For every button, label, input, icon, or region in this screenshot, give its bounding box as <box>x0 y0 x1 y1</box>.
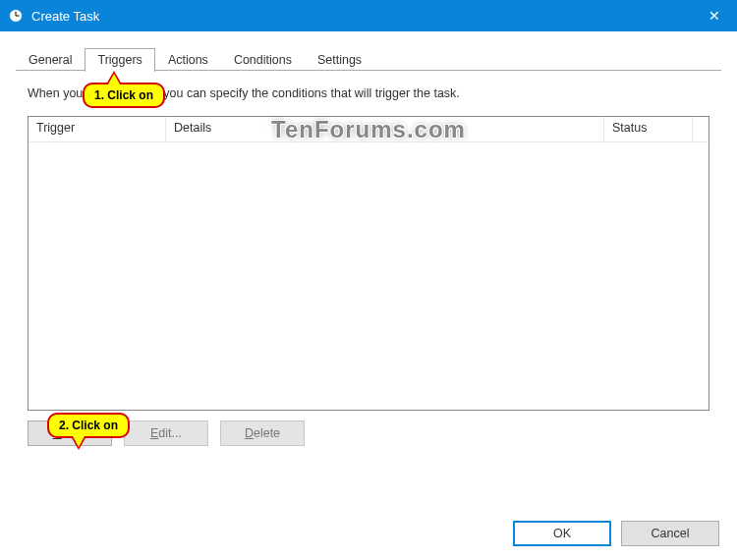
column-pad <box>693 117 709 141</box>
tabstrip: General Triggers Actions Conditions Sett… <box>16 45 721 71</box>
edit-button: Edit... <box>124 420 208 446</box>
tab-triggers[interactable]: Triggers <box>85 48 154 72</box>
column-status[interactable]: Status <box>604 117 693 141</box>
listview-body[interactable] <box>28 142 709 410</box>
trigger-button-row: New... Edit... Delete <box>28 420 709 446</box>
clock-icon <box>8 8 24 24</box>
delete-button: Delete <box>220 420 305 446</box>
annotation-step-2: 2. Click on <box>47 413 130 438</box>
trigger-listview[interactable]: Trigger Details Status <box>28 116 709 411</box>
cancel-button[interactable]: Cancel <box>621 521 719 546</box>
tab-general[interactable]: General <box>16 48 85 71</box>
ok-button[interactable]: OK <box>513 521 611 546</box>
dialog-footer: OK Cancel <box>513 521 719 546</box>
tab-conditions[interactable]: Conditions <box>221 48 305 71</box>
tab-settings[interactable]: Settings <box>305 48 374 71</box>
column-details[interactable]: Details <box>166 117 604 141</box>
tabpage-triggers: When you create a task, you can specify … <box>16 71 721 458</box>
titlebar: Create Task ✕ <box>0 0 737 31</box>
annotation-step-1: 1. Click on <box>83 83 165 108</box>
column-trigger[interactable]: Trigger <box>28 117 166 141</box>
window-title: Create Task <box>31 9 99 24</box>
tab-actions[interactable]: Actions <box>155 48 221 71</box>
close-icon: ✕ <box>709 8 720 24</box>
listview-header: Trigger Details Status <box>28 117 709 142</box>
close-button[interactable]: ✕ <box>692 0 737 31</box>
